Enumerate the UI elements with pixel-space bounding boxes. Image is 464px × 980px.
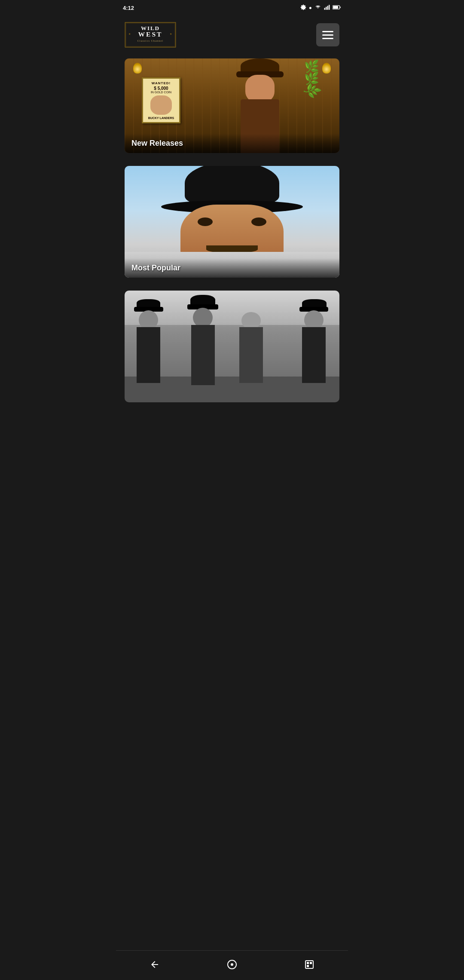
signal-icon	[324, 4, 330, 12]
classics-image	[125, 291, 339, 402]
svg-rect-19	[307, 965, 309, 967]
logo: WILD WEST Classics Channel ★ ★	[125, 20, 176, 50]
svg-rect-17	[307, 962, 309, 964]
recents-icon	[302, 958, 316, 971]
settings-icon	[300, 4, 306, 12]
recents-button[interactable]	[294, 956, 325, 973]
menu-line-3	[322, 38, 333, 39]
cowboy-eyes	[198, 217, 266, 226]
back-button[interactable]	[139, 956, 170, 973]
svg-rect-2	[326, 6, 327, 9]
svg-text:★: ★	[170, 33, 172, 35]
menu-button[interactable]	[316, 23, 339, 46]
status-icons: ●	[300, 4, 341, 12]
new-releases-label: New Releases	[131, 139, 183, 147]
svg-text:Classics Channel: Classics Channel	[137, 40, 163, 42]
svg-point-15	[231, 963, 233, 966]
svg-rect-16	[305, 961, 313, 968]
sconce-left	[133, 63, 142, 74]
most-popular-card[interactable]: Most Popular	[125, 166, 339, 278]
most-popular-label: Most Popular	[131, 263, 180, 272]
bw-person-2	[189, 295, 217, 385]
most-popular-label-container: Most Popular	[125, 258, 339, 278]
wifi-icon	[314, 4, 321, 12]
svg-rect-18	[310, 962, 312, 964]
battery-icon	[333, 4, 341, 12]
bw-person-1	[135, 299, 163, 385]
new-releases-card[interactable]: WANTED! $ 5,000 IN GOLD COIN BUCKY LANDE…	[125, 58, 339, 153]
wanted-poster: WANTED! $ 5,000 IN GOLD COIN BUCKY LANDE…	[142, 77, 180, 123]
svg-text:★: ★	[128, 33, 131, 35]
eye-left	[198, 217, 213, 226]
svg-text:WEST: WEST	[138, 31, 162, 38]
app-header: WILD WEST Classics Channel ★ ★	[116, 15, 348, 58]
notification-icon: ●	[309, 5, 312, 11]
main-content: WANTED! $ 5,000 IN GOLD COIN BUCKY LANDE…	[116, 58, 348, 445]
svg-rect-1	[324, 8, 325, 10]
eye-right	[251, 217, 266, 226]
classics-artwork	[125, 291, 339, 402]
svg-rect-6	[333, 6, 338, 9]
new-releases-label-container: New Releases	[125, 134, 339, 153]
bw-person-3	[238, 308, 264, 385]
back-icon	[148, 958, 162, 971]
svg-rect-3	[327, 6, 328, 9]
menu-line-1	[322, 31, 333, 32]
status-bar: 4:12 ●	[116, 0, 348, 15]
status-time: 4:12	[123, 5, 134, 11]
home-button[interactable]	[217, 956, 247, 973]
svg-rect-4	[329, 5, 330, 10]
bottom-navigation	[116, 950, 348, 980]
home-icon	[225, 958, 239, 971]
bw-person-4	[301, 299, 329, 385]
classics-card[interactable]	[125, 291, 339, 402]
menu-line-2	[322, 34, 333, 36]
